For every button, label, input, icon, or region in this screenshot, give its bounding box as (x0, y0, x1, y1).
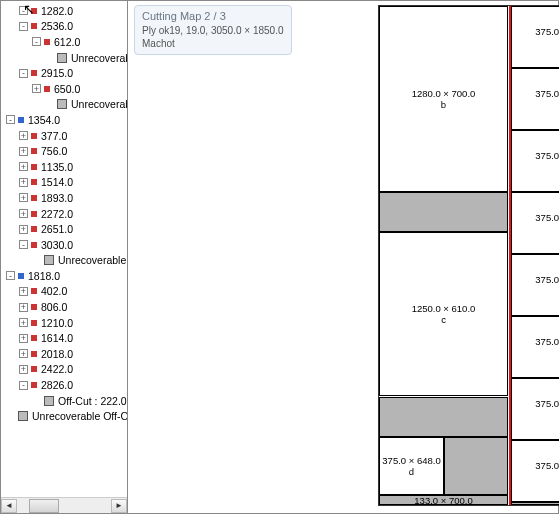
scroll-track[interactable] (17, 499, 111, 513)
expand-icon[interactable]: + (19, 365, 28, 374)
expand-icon[interactable]: + (19, 349, 28, 358)
tree-item[interactable]: +2422.0 (3, 362, 127, 378)
tree-item[interactable]: -2826.0 (3, 377, 127, 393)
collapse-icon[interactable]: - (19, 6, 28, 15)
tree-item[interactable]: +650.0 (3, 81, 127, 97)
collapse-icon[interactable]: - (19, 381, 28, 390)
expand-icon[interactable]: + (19, 131, 28, 140)
info-title: Cutting Map 2 / 3 (142, 10, 284, 23)
tree-label: 1514.0 (41, 176, 73, 188)
tree-label: 2651.0 (41, 223, 73, 235)
offcut-icon (57, 99, 67, 109)
tree-label: 2826.0 (41, 379, 73, 391)
tree-item[interactable]: Off-Cut : 222.0 × 460.0 (3, 393, 127, 409)
piece-id-label: c (441, 314, 446, 325)
node-dot-icon (31, 226, 37, 232)
offcut-piece[interactable] (379, 192, 508, 232)
piece[interactable]: 375.0 × 648.0d (511, 378, 559, 440)
offcut-piece[interactable] (511, 502, 559, 505)
tree-item[interactable]: Unrecoverable Off-Cut : (3, 253, 127, 269)
tree-item[interactable]: +756.0 (3, 143, 127, 159)
tree-label: 402.0 (41, 285, 67, 297)
toggle-spacer (45, 53, 54, 62)
tree-item[interactable]: -1818.0 (3, 268, 127, 284)
tree-item[interactable]: +1893.0 (3, 190, 127, 206)
piece-size-label: 375.0 × 648.0 (535, 150, 559, 161)
tree-item[interactable]: -3030.0 (3, 237, 127, 253)
app-root: ↖ -1282.0-2536.0-612.0Unrecoverable Off-… (0, 0, 559, 514)
scroll-left-btn[interactable]: ◄ (1, 499, 17, 513)
node-dot-icon (31, 23, 37, 29)
tree-item[interactable]: +2651.0 (3, 221, 127, 237)
piece[interactable]: 1280.0 × 700.0b (379, 6, 508, 192)
expand-icon[interactable]: + (19, 147, 28, 156)
offcut-piece[interactable] (379, 397, 508, 437)
tree-item[interactable]: Unrecoverable Off-C (3, 97, 127, 113)
toggle-spacer (6, 412, 15, 421)
tree-item[interactable]: +2018.0 (3, 346, 127, 362)
tree-label: 1135.0 (41, 161, 73, 173)
node-dot-icon (31, 304, 37, 310)
piece[interactable]: 375.0 × 648.0d (511, 68, 559, 130)
tree-item[interactable]: -1354.0 (3, 112, 127, 128)
piece[interactable]: 1250.0 × 610.0c (379, 232, 508, 396)
tree-label: 2272.0 (41, 208, 73, 220)
expand-icon[interactable]: + (19, 334, 28, 343)
offcut-piece[interactable] (444, 437, 508, 495)
tree-item[interactable]: Unrecoverable Off-Cut : 305 (3, 408, 127, 424)
collapse-icon[interactable]: - (6, 115, 15, 124)
tree-item[interactable]: -612.0 (3, 34, 127, 50)
piece[interactable]: 375.0 × 648.0d (511, 316, 559, 378)
h-scrollbar[interactable]: ◄ ► (1, 497, 127, 513)
tree-item[interactable]: -2536.0 (3, 19, 127, 35)
expand-icon[interactable]: + (19, 318, 28, 327)
expand-icon[interactable]: + (19, 209, 28, 218)
piece-size-label: 375.0 × 648.0 (535, 336, 559, 347)
expand-icon[interactable]: + (32, 84, 41, 93)
tree-item[interactable]: +1210.0 (3, 315, 127, 331)
tree-label: 612.0 (54, 36, 80, 48)
collapse-icon[interactable]: - (19, 22, 28, 31)
offcut-icon (44, 396, 54, 406)
info-line1: Ply ok19, 19.0, 3050.0 × 1850.0 (142, 24, 284, 37)
canvas-area: Cutting Map 2 / 3 Ply ok19, 19.0, 3050.0… (128, 1, 558, 513)
piece-size-label: 1250.0 × 610.0 (412, 303, 476, 314)
tree-label: 2422.0 (41, 363, 73, 375)
offcut-piece[interactable]: 133.0 × 700.0 (379, 495, 508, 505)
piece-size-label: 375.0 × 648.0 (535, 212, 559, 223)
node-dot-icon (44, 86, 50, 92)
tree-item[interactable]: +2272.0 (3, 206, 127, 222)
expand-icon[interactable]: + (19, 162, 28, 171)
piece[interactable]: 375.0 × 648.0d (379, 437, 444, 495)
expand-icon[interactable]: + (19, 178, 28, 187)
expand-icon[interactable]: + (19, 287, 28, 296)
expand-icon[interactable]: + (19, 193, 28, 202)
expand-icon[interactable]: + (19, 225, 28, 234)
collapse-icon[interactable]: - (6, 271, 15, 280)
node-dot-icon (31, 70, 37, 76)
piece[interactable]: 375.0 × 648.0d (511, 254, 559, 316)
tree-item[interactable]: +1614.0 (3, 330, 127, 346)
tree-item[interactable]: +1514.0 (3, 175, 127, 191)
tree-label: 1210.0 (41, 317, 73, 329)
tree-item[interactable]: +1135.0 (3, 159, 127, 175)
tree-item[interactable]: +402.0 (3, 284, 127, 300)
node-dot-icon (31, 8, 37, 14)
collapse-icon[interactable]: - (32, 37, 41, 46)
offcut-icon (44, 255, 54, 265)
collapse-icon[interactable]: - (19, 69, 28, 78)
collapse-icon[interactable]: - (19, 240, 28, 249)
piece[interactable]: 375.0 × 648.0d (511, 6, 559, 68)
piece[interactable]: 375.0 × 648.0d (511, 440, 559, 502)
tree-item[interactable]: +806.0 (3, 299, 127, 315)
piece[interactable]: 375.0 × 648.0d (511, 192, 559, 254)
scroll-thumb[interactable] (29, 499, 59, 513)
tree-item[interactable]: Unrecoverable Off-C (3, 50, 127, 66)
tree-label: 1818.0 (28, 270, 60, 282)
tree-item[interactable]: +377.0 (3, 128, 127, 144)
scroll-right-btn[interactable]: ► (111, 499, 127, 513)
tree-item[interactable]: -2915.0 (3, 65, 127, 81)
piece[interactable]: 375.0 × 648.0d (511, 130, 559, 192)
expand-icon[interactable]: + (19, 303, 28, 312)
tree-item[interactable]: -1282.0 (3, 3, 127, 19)
